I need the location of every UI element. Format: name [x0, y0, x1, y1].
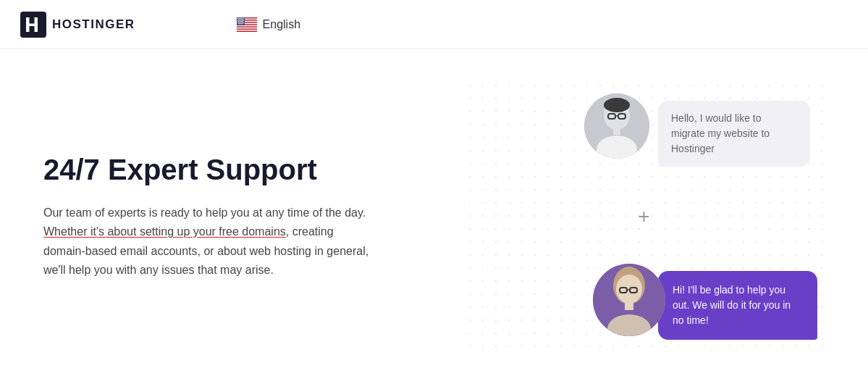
page-headline: 24/7 Expert Support: [43, 153, 420, 186]
body-intro: Our team of experts is ready to help you…: [43, 206, 366, 219]
male-person-illustration: [584, 93, 649, 159]
body-link: Whether it's about setting up your free …: [43, 225, 286, 238]
svg-point-16: [240, 19, 241, 20]
avatar-female: [593, 264, 665, 336]
svg-rect-5: [237, 25, 257, 26]
svg-point-21: [241, 20, 242, 20]
us-flag-icon: [237, 17, 257, 32]
svg-rect-43: [613, 128, 620, 135]
svg-point-24: [239, 21, 240, 22]
svg-point-10: [238, 17, 239, 18]
svg-point-20: [240, 20, 240, 20]
svg-point-23: [237, 21, 238, 22]
svg-point-29: [240, 22, 240, 22]
right-column: Hello, I would like to migrate my websit…: [463, 79, 825, 354]
bubble-top-text: Hello, I would like to migrate my websit…: [671, 112, 770, 154]
svg-point-22: [243, 20, 243, 20]
svg-point-15: [239, 19, 240, 20]
chat-container: Hello, I would like to migrate my websit…: [463, 79, 825, 354]
svg-point-18: [237, 20, 237, 20]
avatar-male: [584, 93, 649, 159]
plus-sign: +: [638, 205, 649, 228]
svg-point-17: [242, 19, 243, 20]
hostinger-logo-icon: [20, 12, 46, 38]
bubble-top: Hello, I would like to migrate my websit…: [658, 101, 810, 167]
logo-area: HOSTINGER: [20, 12, 135, 38]
bubble-bottom: Hi! I'll be glad to help you out. We wil…: [658, 271, 817, 340]
svg-rect-6: [237, 27, 257, 28]
chat-bottom: Hi! I'll be glad to help you out. We wil…: [593, 264, 817, 340]
logo-text: HOSTINGER: [52, 17, 135, 32]
svg-point-19: [238, 20, 239, 20]
header: HOSTINGER: [0, 0, 868, 49]
svg-point-26: [242, 21, 243, 22]
svg-rect-7: [237, 29, 257, 30]
female-person-illustration: [593, 264, 665, 336]
svg-rect-51: [625, 301, 633, 310]
svg-point-30: [241, 22, 242, 22]
chat-top: Hello, I would like to migrate my websit…: [584, 93, 810, 167]
left-column: 24/7 Expert Support Our team of experts …: [43, 153, 420, 280]
main-section: 24/7 Expert Support Our team of experts …: [0, 49, 868, 376]
language-label: English: [263, 18, 300, 31]
svg-point-11: [240, 17, 240, 18]
svg-point-32: [237, 23, 238, 24]
svg-point-9: [237, 17, 237, 18]
svg-point-34: [240, 23, 241, 24]
svg-point-35: [242, 23, 243, 24]
language-selector[interactable]: English: [237, 17, 300, 32]
svg-point-12: [241, 17, 242, 18]
svg-point-25: [240, 21, 241, 22]
bubble-bottom-text: Hi! I'll be glad to help you out. We wil…: [673, 284, 791, 326]
svg-point-14: [237, 19, 238, 20]
svg-point-27: [237, 22, 237, 22]
body-text: Our team of experts is ready to help you…: [43, 204, 376, 280]
svg-point-13: [243, 17, 243, 18]
svg-point-38: [604, 98, 630, 112]
svg-point-31: [243, 22, 243, 22]
svg-point-33: [239, 23, 240, 24]
svg-point-28: [238, 22, 239, 22]
